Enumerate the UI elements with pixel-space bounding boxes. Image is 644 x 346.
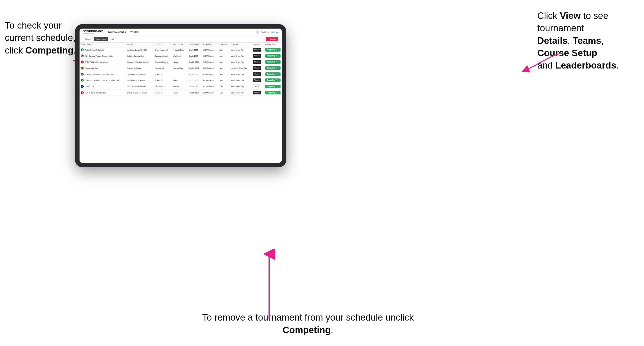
cell-competing[interactable]: Competing ✓ — [264, 53, 282, 59]
cell-division: NCAA Division I — [202, 77, 219, 83]
cell-event-name: J Jackson T. Stephens Cup – Men's Match … — [80, 77, 126, 83]
table-row: H John A. Burns Intercollegiate Ocean Co… — [80, 90, 282, 96]
table-row: S Folds of Honor Collegiate American Dun… — [80, 47, 282, 53]
filter-competing-button[interactable]: Competing — [94, 37, 108, 41]
cell-hosted-by: Illinois — [172, 59, 188, 65]
competing-badge[interactable]: Competing ✓ — [265, 85, 280, 88]
col-city-state: CITY, STATE — [154, 43, 172, 47]
cell-venue: Trinity Forest Golf Club — [126, 77, 154, 83]
cell-scoring: individual, Stroke Play — [230, 65, 252, 71]
cell-division: NCAA Division I — [202, 59, 219, 65]
view-button[interactable]: View ⊙ — [253, 54, 262, 58]
col-venue: VENUE — [126, 43, 154, 47]
competing-badge[interactable]: Competing ✓ — [265, 72, 280, 76]
cell-city: Phoenix, AZ — [154, 65, 172, 71]
cell-gender: Men — [219, 71, 230, 77]
cell-event-name: W 2023 Sahalee Players Championship — [80, 53, 126, 59]
cell-gender: Men — [219, 65, 230, 71]
cell-city: Maricopa, AZ — [154, 83, 172, 90]
competing-badge[interactable]: Competing ✓ — [265, 48, 280, 52]
cell-competing[interactable]: Competing ✓ — [264, 83, 282, 90]
cell-event-name: S Folds of Honor Collegiate — [80, 47, 126, 53]
cell-scoring: team, Stroke Play — [230, 53, 252, 59]
competing-badge[interactable]: Competing ✓ — [265, 78, 280, 82]
cell-competing[interactable]: Competing ✓ — [264, 77, 282, 83]
view-button[interactable]: View ⊙ — [253, 48, 262, 52]
competing-badge[interactable]: Competing ✓ — [265, 91, 280, 94]
col-division: DIVISION — [202, 43, 219, 47]
cell-competing[interactable]: Competing ✓ — [264, 90, 282, 96]
cell-start-date: Sep 15, 2023 — [188, 59, 202, 65]
cell-competing[interactable]: Competing ✓ — [264, 59, 282, 65]
app-header: SCOREBOARD Powered by clippi TOURNAMENTS… — [80, 28, 282, 36]
event-name-text: Jackson T. Stephens Cup – Stroke Play — [84, 73, 114, 75]
cell-event-name: A Copper Cup — [80, 83, 126, 90]
cell-gender: Men — [219, 47, 230, 53]
cell-action[interactable]: View ⊙ — [252, 53, 264, 59]
cell-hosted-by: Washington — [172, 53, 188, 59]
view-button[interactable]: View ⊙ — [253, 78, 262, 82]
competing-badge[interactable]: Competing ✓ — [265, 60, 280, 64]
cell-start-date: Sep 4, 2023 — [188, 47, 202, 53]
cell-gender: Men — [219, 83, 230, 90]
user-area: Test User Sign out — [256, 30, 278, 34]
team-logo-icon: H — [81, 91, 84, 94]
create-button[interactable]: + Create — [266, 37, 278, 41]
table-row: W 2023 Sahalee Players Championship Saha… — [80, 53, 282, 59]
cell-scoring: team, Stroke Play — [230, 47, 252, 53]
cell-city: Lihue, HI — [154, 90, 172, 96]
competing-badge[interactable]: Competing ✓ — [265, 66, 280, 70]
tablet-screen: SCOREBOARD Powered by clippi TOURNAMENTS… — [80, 28, 282, 163]
arrow-remove-competing-icon — [263, 249, 275, 322]
event-name-text: John A. Burns Intercollegiate — [84, 92, 106, 94]
scoreboard-logo: SCOREBOARD Powered by clippi — [83, 30, 103, 34]
cell-action[interactable]: View ⊙ — [252, 90, 264, 96]
cell-action[interactable]: ✎ Edit — [252, 83, 264, 90]
view-button[interactable]: View ⊙ — [253, 60, 262, 64]
nav-tournaments[interactable]: TOURNAMENTS — [108, 31, 126, 33]
cell-venue: American Dunes Golf Club — [126, 47, 154, 53]
team-logo-icon: J — [81, 73, 84, 76]
user-name: Test User — [261, 31, 270, 33]
cell-action[interactable]: View ⊙ — [252, 65, 264, 71]
cell-competing[interactable]: Competing ✓ — [264, 71, 282, 77]
cell-scoring: team, Match Play — [230, 83, 252, 90]
user-avatar-icon — [256, 30, 259, 34]
filter-home-button[interactable]: Home — [83, 37, 93, 41]
cell-hosted-by: Michigan State — [172, 47, 188, 53]
cell-action[interactable]: View ⊙ — [252, 47, 264, 53]
signout-link[interactable]: Sign out — [271, 31, 278, 33]
cell-start-date: Oct 11, 2023 — [188, 77, 202, 83]
table-header-row: EVENT NAME VENUE CITY, STATE HOSTED BY S… — [80, 43, 282, 47]
cell-division: NCAA Division I — [202, 90, 219, 96]
competing-badge[interactable]: Competing ✓ — [265, 54, 280, 58]
cell-division: NCAA Division I — [202, 83, 219, 90]
cell-competing[interactable]: Competing ✓ — [264, 65, 282, 71]
cell-start-date: Oct 9, 2023 — [188, 71, 202, 77]
cell-gender: Men — [219, 90, 230, 96]
event-name-text: 2023 Sahalee Players Championship — [84, 55, 112, 57]
edit-button[interactable]: ✎ Edit — [253, 84, 261, 88]
col-hosted-by: HOSTED BY — [172, 43, 188, 47]
nav-teams[interactable]: TEAMS — [130, 31, 139, 33]
filter-bar: Home Competing All + Create — [80, 36, 282, 43]
event-name-text: Papago Individual — [84, 67, 98, 69]
cell-competing[interactable]: Competing ✓ — [264, 47, 282, 53]
team-logo-icon: J — [81, 79, 84, 82]
cell-action[interactable]: View ⊙ — [252, 59, 264, 65]
view-button[interactable]: View ⊙ — [253, 66, 262, 70]
cell-city: Grand Haven, MI — [154, 47, 172, 53]
cell-action[interactable]: View ⊙ — [252, 71, 264, 77]
view-button[interactable]: View ⊙ — [253, 72, 262, 76]
cell-division: NCAA Division I — [202, 71, 219, 77]
team-logo-icon: I — [81, 60, 84, 63]
team-logo-icon: A — [81, 85, 84, 88]
annotation-bottom: To remove a tournament from your schedul… — [199, 311, 417, 336]
filter-all-button[interactable]: All — [109, 37, 116, 41]
cell-action[interactable]: View ⊙ — [252, 77, 264, 83]
annotation-topright: Click View to see tournament Details, Te… — [537, 10, 639, 72]
view-button[interactable]: View ⊙ — [253, 91, 262, 94]
cell-hosted-by: ABAC — [172, 77, 188, 83]
table-row: P Papago Individual Papago Golf ClubPhoe… — [80, 65, 282, 71]
cell-event-name: I OFCC Fighting Illini Invitational — [80, 59, 126, 65]
